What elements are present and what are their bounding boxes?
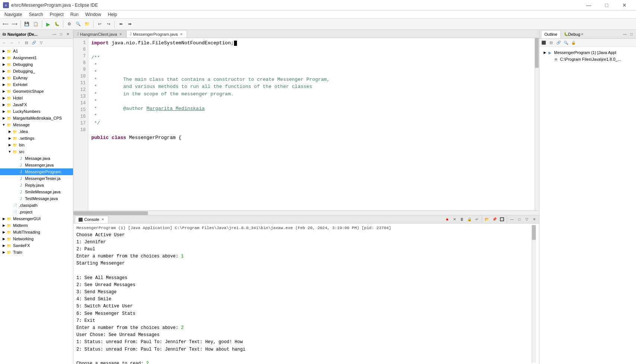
tab-hangmanclient-close[interactable]: ✕ <box>118 32 123 37</box>
console-text-area[interactable]: MessengerProgram (1) [Java Application] … <box>76 225 532 363</box>
navigator-minimize-btn[interactable]: — <box>51 31 57 37</box>
tree-item-messengerprogram-java[interactable]: ▶ J MessengerProgram. <box>0 168 73 175</box>
tree-item-src[interactable]: ▼ 📁 src <box>0 148 73 155</box>
tree-item-project-file[interactable]: ▶ 📄 .project <box>0 209 73 215</box>
console-close-btn[interactable]: ✕ <box>531 216 538 223</box>
console-clear-btn[interactable]: 🗑 <box>459 216 465 223</box>
tree-item-smilemessage-java[interactable]: ▶ J SmileMessage.java <box>0 189 73 195</box>
outline-toolbar-btn-5[interactable]: 🔒 <box>570 39 577 46</box>
menu-run[interactable]: Run <box>67 11 82 18</box>
tab-console[interactable]: ⬛ Console ✕ <box>75 216 108 223</box>
toolbar-btn-8[interactable]: ↩ <box>95 20 104 28</box>
nav-forward-btn[interactable]: → <box>8 39 15 46</box>
tree-item-samlefx[interactable]: ▶ 📁 SamleFX <box>0 242 73 249</box>
toolbar-btn-10[interactable]: ⬅ <box>117 20 125 28</box>
tree-item-geometric[interactable]: ▶ 📁 GeometricShape <box>0 88 73 95</box>
toolbar-debug[interactable]: 🐛 <box>53 20 61 28</box>
toolbar-run[interactable]: ▶ <box>44 20 52 28</box>
close-button[interactable]: ✕ <box>616 0 633 10</box>
toolbar-btn-9[interactable]: ↪ <box>104 20 113 28</box>
toolbar-btn-3[interactable]: 💾 <box>23 20 31 28</box>
console-tab-close[interactable]: ✕ <box>101 217 105 222</box>
toolbar-btn-6[interactable]: 🔍 <box>74 20 82 28</box>
tree-item-exhotel[interactable]: ▶ 📁 ExHotel <box>0 81 73 88</box>
menu-window[interactable]: Window <box>82 11 104 18</box>
console-stop-btn[interactable]: ■ <box>444 216 450 223</box>
console-maximize-btn[interactable]: □ <box>516 216 523 223</box>
tree-item-hotel[interactable]: ▶ 📁 Hotel <box>0 95 73 101</box>
console-pin-btn[interactable]: 📌 <box>491 216 498 223</box>
minimize-button[interactable]: — <box>580 0 597 10</box>
toolbar-btn-1[interactable]: ⟵ <box>1 20 10 28</box>
menu-navigate[interactable]: Navigate <box>1 11 25 18</box>
tree-item-luckynumbers[interactable]: ▶ 📁 LuckyNumbers <box>0 108 73 115</box>
console-word-wrap-btn[interactable]: ↵ <box>474 216 480 223</box>
console-view-menu-btn[interactable]: ▽ <box>523 216 530 223</box>
tree-item-midterm[interactable]: ▶ 📁 Midterm <box>0 222 73 229</box>
tree-item-idea[interactable]: ▶ 📁 .idea <box>0 128 73 135</box>
nav-link-btn[interactable]: 🔗 <box>31 39 37 46</box>
tab-messengerprogram[interactable]: J MessengerProgram.java ✕ <box>126 30 187 38</box>
console-minimize-btn[interactable]: — <box>509 216 515 223</box>
tree-item-debugging[interactable]: ▶ 📁 Debugging <box>0 61 73 68</box>
code-lines[interactable]: import java.nio.file.FileSystemNotFoundE… <box>88 38 535 211</box>
console-new-btn[interactable]: 🔲 <box>499 216 505 223</box>
tree-item-message-java[interactable]: ▶ J Message.java <box>0 155 73 162</box>
toolbar-btn-11[interactable]: ➡ <box>126 20 134 28</box>
console-input-val-2: 2 <box>181 325 184 330</box>
outline-toolbar-btn-1[interactable]: ⬛ <box>540 39 547 46</box>
tab-debug[interactable]: 🐛 Debug ✕ <box>561 30 588 38</box>
tree-item-messengertester-java[interactable]: ▶ J MessengerTester.ja <box>0 175 73 182</box>
toolbar-btn-4[interactable]: 📋 <box>32 20 40 28</box>
tree-item-assignment1[interactable]: ▶ 📁 Assignment1 <box>0 54 73 61</box>
outline-toolbar-btn-2[interactable]: ⊟ <box>548 39 554 46</box>
tree-item-debugging2[interactable]: ▶ 📁 Debugging_ <box>0 68 73 75</box>
tree-item-settings[interactable]: ▶ 📁 .settings <box>0 135 73 142</box>
editor-scrollbar-right[interactable] <box>535 38 539 211</box>
menu-project[interactable]: Project <box>47 11 66 18</box>
tree-item-messengergui[interactable]: ▶ 📁 MessengerGUI <box>0 215 73 222</box>
outline-toolbar-btn-4[interactable]: 🔍 <box>563 39 569 46</box>
nav-back-btn[interactable]: ← <box>1 39 7 46</box>
tree-item-reply-java[interactable]: ▶ J Reply.java <box>0 182 73 189</box>
navigator-maximize-btn[interactable]: □ <box>58 31 64 37</box>
nav-filter-btn[interactable]: ▽ <box>38 39 45 46</box>
tree-item-train[interactable]: ▶ 📁 Train <box>0 249 73 256</box>
tree-item-messenger-java[interactable]: ▶ J Messenger.java <box>0 162 73 168</box>
tree-item-exarray[interactable]: ▶ 📁 ExArray <box>0 75 73 81</box>
navigator-close-btn[interactable]: ✕ <box>65 31 71 37</box>
tree-item-bin[interactable]: ▶ 📁 bin <box>0 142 73 148</box>
console-open-btn[interactable]: 📂 <box>484 216 490 223</box>
console-line-6 <box>76 268 532 275</box>
toolbar-btn-7[interactable]: 📁 <box>83 20 91 28</box>
outline-item-app[interactable]: ▶ ▶ MessengerProgram (1) [Java Appl <box>541 49 635 56</box>
right-panel-maximize-btn[interactable]: □ <box>629 31 635 37</box>
console-scrollbar[interactable] <box>532 225 536 363</box>
outline-toolbar-btn-3[interactable]: 🔗 <box>555 39 562 46</box>
tree-item-networking[interactable]: ▶ 📁 Networking <box>0 235 73 242</box>
tab-outline[interactable]: Outline <box>541 30 561 38</box>
menu-search[interactable]: Search <box>26 11 46 18</box>
right-panel-minimize-btn[interactable]: — <box>622 31 628 37</box>
toolbar-btn-5[interactable]: ⚙ <box>65 20 73 28</box>
code-area[interactable]: 1 6 7 8 9 10 11 12 13 14 15 16 17 18 <box>73 38 535 211</box>
debug-tab-close[interactable]: ✕ <box>580 32 585 37</box>
nav-up-btn[interactable]: ↑ <box>16 39 22 46</box>
nav-collapse-btn[interactable]: ⊟ <box>23 39 30 46</box>
tree-item-javafx[interactable]: ▶ 📁 JavaFX <box>0 101 73 108</box>
tab-messengerprogram-close[interactable]: ✕ <box>179 32 184 37</box>
tree-item-multithreading[interactable]: ▶ 📁 MultiThreading <box>0 229 73 235</box>
console-remove-btn[interactable]: ✕ <box>451 216 458 223</box>
menu-help[interactable]: Help <box>105 11 120 18</box>
console-scroll-lock-btn[interactable]: 🔒 <box>466 216 473 223</box>
editor-horizontal-scrollbar[interactable] <box>73 211 539 215</box>
tab-hangmanclient[interactable]: J HangmanClient.java ✕ <box>73 30 126 38</box>
tree-item-a1[interactable]: ▶ 📁 A1 <box>0 48 73 54</box>
toolbar-btn-2[interactable]: ⟶ <box>10 20 19 28</box>
tree-item-classpath[interactable]: ▶ 📄 .classpath <box>0 202 73 209</box>
tree-item-margarita[interactable]: ▶ 📁 MargaritaMedinskaia_CPS <box>0 115 73 121</box>
maximize-button[interactable]: □ <box>598 0 615 10</box>
tree-item-testmessage-java[interactable]: ▶ J TestMessage.java <box>0 195 73 202</box>
outline-item-lib[interactable]: ▶ ☕ C:\Program Files\Java\jre1.8.0_... <box>541 56 635 63</box>
tree-item-message[interactable]: ▼ 📁 Message <box>0 121 73 128</box>
